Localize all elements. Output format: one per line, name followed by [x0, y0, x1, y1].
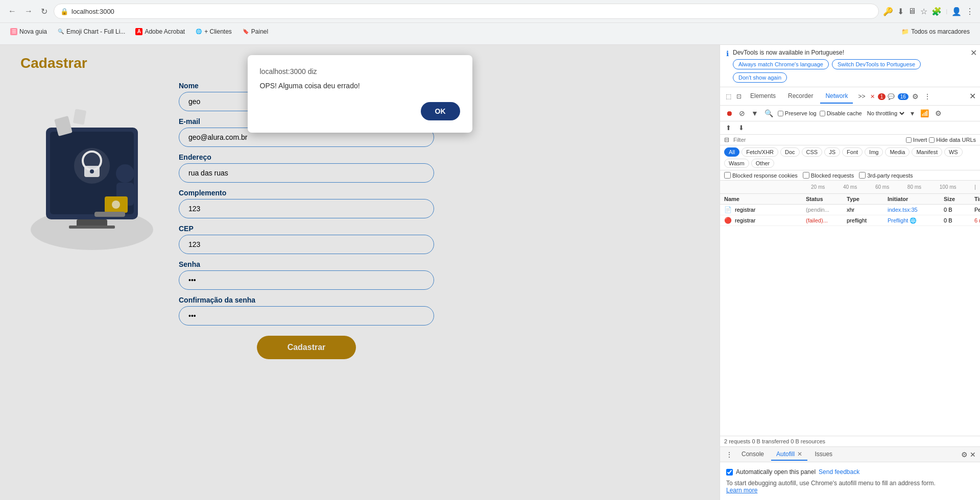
- col-size: Size: [944, 196, 974, 202]
- notif-btn-switch[interactable]: Switch DevTools to Portuguese: [832, 59, 921, 69]
- preserve-log-checkbox[interactable]: Preserve log: [778, 110, 817, 116]
- star-icon[interactable]: ☆: [920, 7, 927, 16]
- chip-doc[interactable]: Doc: [780, 147, 800, 157]
- chip-ws[interactable]: WS: [944, 147, 963, 157]
- warning-count: 16: [898, 93, 909, 100]
- folder-icon: 📁: [901, 28, 909, 35]
- chip-font[interactable]: Font: [842, 147, 863, 157]
- close-bottom-panel[interactable]: ✕: [970, 451, 976, 459]
- menu-icon[interactable]: ⋮: [966, 7, 974, 16]
- profile-icon[interactable]: 👤: [951, 7, 962, 16]
- filter-funnel-icon: ⊟: [724, 136, 729, 143]
- row2-initiator-text: Preflight 🌐: [888, 217, 917, 223]
- password-icon[interactable]: 🔑: [883, 7, 893, 16]
- autofill-tab-close[interactable]: ✕: [797, 451, 802, 458]
- chip-all[interactable]: All: [724, 147, 739, 157]
- devtools-console-icon[interactable]: ⊡: [735, 91, 743, 102]
- search-button[interactable]: 🔍: [763, 108, 775, 119]
- col-name: Name: [724, 196, 806, 202]
- learn-more-link[interactable]: Learn more: [726, 487, 757, 494]
- network-stats: 2 requests 0 B transferred 0 B resources: [720, 436, 980, 446]
- import-button[interactable]: ⬆: [724, 122, 733, 133]
- tab-elements[interactable]: Elements: [745, 89, 781, 104]
- tab-more[interactable]: >>: [855, 91, 868, 102]
- devtools-close-button[interactable]: ✕: [969, 91, 976, 101]
- extensions-icon[interactable]: 🧩: [931, 7, 942, 16]
- reload-button[interactable]: ↻: [39, 5, 50, 18]
- tab-issues[interactable]: Issues: [809, 448, 838, 461]
- table-row[interactable]: 🔴 registrar (failed)... preflight Prefli…: [720, 215, 980, 226]
- bookmark-painel[interactable]: 🔖 Painel: [238, 27, 272, 36]
- throttling-select[interactable]: No throttling: [865, 110, 906, 117]
- network-settings-icon[interactable]: ⚙: [934, 108, 943, 119]
- notif-close-button[interactable]: ✕: [970, 48, 977, 58]
- bookmark-emoji[interactable]: 🔍 Emoji Chart - Full Li...: [53, 27, 129, 36]
- bookmark-clientes[interactable]: 🌐 + Clientes: [191, 27, 236, 36]
- autofill-checkbox-label: Automatically open this panel: [736, 468, 816, 476]
- third-party-label: 3rd-party requests: [867, 172, 913, 179]
- export-button[interactable]: ⬇: [737, 122, 746, 133]
- file-icon: 📄: [724, 206, 732, 213]
- bottom-settings-icon[interactable]: ⚙: [961, 451, 968, 459]
- send-feedback-link[interactable]: Send feedback: [819, 468, 859, 476]
- row1-time: Pending: [974, 207, 980, 213]
- info-icon: ℹ: [726, 49, 729, 58]
- tab-recorder[interactable]: Recorder: [783, 89, 818, 104]
- notif-btn-dont-show[interactable]: Don't show again: [733, 72, 787, 83]
- bookmark-label-emoji: Emoji Chart - Full Li...: [66, 28, 125, 35]
- blocked-cookies-checkbox[interactable]: Blocked response cookies: [724, 172, 798, 179]
- tl-60ms: 60 ms: [875, 184, 889, 190]
- chip-media[interactable]: Media: [885, 147, 910, 157]
- screensaver-icon[interactable]: 🖥: [908, 7, 916, 16]
- filter-input[interactable]: [731, 136, 904, 144]
- download-icon[interactable]: ⬇: [897, 7, 904, 16]
- blocked-requests-label: Blocked requests: [811, 172, 854, 179]
- wifi-icon[interactable]: 📶: [919, 108, 930, 119]
- chip-js[interactable]: JS: [824, 147, 840, 157]
- row1-initiator-link[interactable]: index.tsx:35: [888, 207, 918, 213]
- bookmark-nova-guia[interactable]: ☰ Nova guia: [6, 27, 51, 36]
- notif-btn-language[interactable]: Always match Chrome's language: [733, 59, 829, 69]
- network-table: 📄 registrar (pendin... xhr index.tsx:35 …: [720, 205, 980, 436]
- chip-img[interactable]: Img: [865, 147, 883, 157]
- autofill-checkbox[interactable]: [726, 469, 733, 476]
- bookmarks-all-label: Todos os marcadores: [911, 28, 970, 35]
- disable-cache-checkbox[interactable]: Disable cache: [820, 110, 862, 116]
- browser-toolbar: ← → ↻ 🔒 localhost:3000 🔑 ⬇ 🖥 ☆ 🧩 | 👤 ⋮: [0, 0, 980, 22]
- chip-fetch-xhr[interactable]: Fetch/XHR: [742, 147, 778, 157]
- bookmarks-all[interactable]: 📁 Todos os marcadores: [897, 27, 974, 36]
- hide-data-urls-checkbox[interactable]: Hide data URLs: [929, 137, 976, 143]
- stop-button[interactable]: ⊘: [737, 108, 747, 119]
- chip-css[interactable]: CSS: [802, 147, 823, 157]
- hide-data-urls-label: Hide data URLs: [936, 137, 976, 143]
- back-button[interactable]: ←: [6, 5, 18, 18]
- blocked-requests-checkbox[interactable]: Blocked requests: [803, 172, 854, 179]
- chip-wasm[interactable]: Wasm: [724, 159, 749, 168]
- bottom-panel-menu[interactable]: ⋮: [724, 449, 734, 460]
- third-party-checkbox[interactable]: 3rd-party requests: [859, 172, 913, 179]
- stats-text: 2 requests 0 B transferred 0 B resources: [724, 438, 825, 444]
- devtools-more-icon[interactable]: ⋮: [922, 91, 933, 102]
- tab-network[interactable]: Network: [820, 89, 853, 104]
- blocked-row: Blocked response cookies Blocked request…: [720, 170, 980, 181]
- throttling-dropdown[interactable]: ▾: [909, 108, 916, 119]
- chip-manifest[interactable]: Manifest: [912, 147, 942, 157]
- tl-40ms: 40 ms: [843, 184, 857, 190]
- tab-autofill[interactable]: Autofill ✕: [771, 448, 807, 461]
- bookmark-adobe[interactable]: A Adobe Acrobat: [131, 27, 189, 36]
- address-bar[interactable]: 🔒 localhost:3000: [54, 4, 879, 19]
- devtools-inspector-icon[interactable]: ⬚: [724, 91, 733, 102]
- chip-other[interactable]: Other: [751, 159, 775, 168]
- forward-button[interactable]: →: [22, 5, 35, 18]
- filter-button[interactable]: ▼: [750, 108, 760, 119]
- dialog-ok-button[interactable]: OK: [421, 102, 460, 120]
- tab-console[interactable]: Console: [736, 448, 769, 461]
- table-row[interactable]: 📄 registrar (pendin... xhr index.tsx:35 …: [720, 205, 980, 215]
- devtools-notification-text: DevTools is now available in Portuguese!…: [733, 49, 974, 83]
- invert-checkbox[interactable]: Invert: [906, 137, 927, 143]
- devtools-settings-icon[interactable]: ⚙: [911, 91, 920, 102]
- row2-initiator: Preflight 🌐: [888, 217, 944, 224]
- record-button[interactable]: ⏺: [724, 108, 734, 119]
- dialog-message: OPS! Alguma coisa deu errado!: [260, 82, 460, 90]
- preserve-log-label: Preserve log: [785, 110, 817, 116]
